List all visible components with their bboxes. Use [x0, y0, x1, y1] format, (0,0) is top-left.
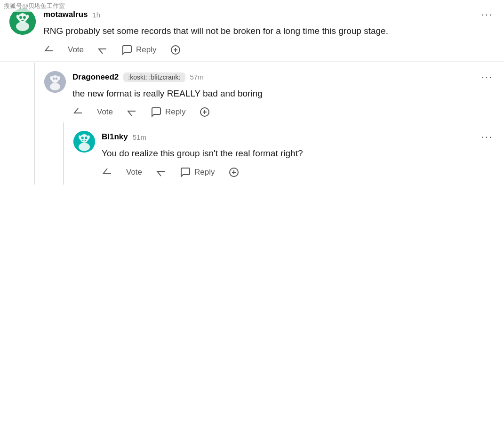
timestamp-1: 1h — [92, 11, 100, 19]
reply-text-l1: Reply — [165, 107, 185, 117]
reply-l1-inner: Dragoneed2 :koskt: :blitzcrank: 57m ··· … — [35, 63, 504, 123]
vote-text-l2: Vote — [126, 168, 142, 177]
comment-text-l2: You do realize this group isn't the real… — [102, 147, 495, 160]
reply-l1-container: Dragoneed2 :koskt: :blitzcrank: 57m ··· … — [34, 63, 504, 185]
downvote-button-1[interactable] — [97, 44, 108, 56]
reply-text-1: Reply — [136, 45, 156, 55]
avatar-l2 — [73, 131, 95, 153]
reply-l2-inner: Bl1nky 51m ··· You do realize this group… — [64, 122, 504, 185]
svg-point-12 — [50, 83, 60, 90]
svg-point-13 — [53, 77, 55, 80]
comment-body-l1: Dragoneed2 :koskt: :blitzcrank: 57m ··· … — [72, 71, 495, 118]
upvote-button-l2[interactable] — [102, 167, 113, 178]
award-button-l2[interactable] — [228, 167, 240, 178]
more-options-button-1[interactable]: ··· — [480, 8, 495, 21]
action-bar-1: Vote Reply — [43, 44, 495, 56]
timestamp-l1: 57m — [190, 73, 204, 81]
action-bar-l1: Vote Reply — [72, 106, 495, 118]
username-l2: Bl1nky — [102, 132, 128, 142]
reply-l2-container: Bl1nky 51m ··· You do realize this group… — [63, 122, 504, 185]
svg-point-3 — [19, 16, 22, 19]
vote-label-1: Vote — [68, 45, 84, 55]
watermark-text: 搜狐号@贝塔鱼工作室 — [4, 2, 65, 9]
reply-button-1[interactable]: Reply — [121, 44, 156, 56]
svg-point-4 — [23, 16, 26, 19]
comment-top: motawalrus 1h ··· RNG probably set some … — [0, 0, 504, 60]
award-button-1[interactable] — [170, 44, 181, 56]
upvote-button-l1[interactable] — [72, 106, 84, 118]
upvote-button-1[interactable] — [43, 44, 55, 56]
reply-button-l1[interactable]: Reply — [151, 106, 185, 118]
avatar-l1 — [44, 71, 66, 93]
reply-text-l2: Reply — [194, 168, 215, 177]
avatar — [9, 8, 36, 35]
comment-body-1: motawalrus 1h ··· RNG probably set some … — [43, 8, 495, 56]
vote-text-1: Vote — [68, 45, 84, 55]
comment-meta-1: motawalrus 1h ··· — [43, 8, 495, 21]
downvote-button-l2[interactable] — [155, 167, 167, 178]
tag-badge-l1: :koskt: :blitzcrank: — [123, 72, 185, 82]
svg-point-22 — [79, 143, 90, 151]
more-options-button-l1[interactable]: ··· — [480, 71, 495, 83]
more-options-button-l2[interactable]: ··· — [480, 131, 495, 143]
timestamp-l2: 51m — [133, 133, 146, 141]
comment-meta-l2: Bl1nky 51m ··· — [102, 131, 495, 143]
vote-text-l1: Vote — [97, 107, 113, 117]
divider-1 — [0, 61, 504, 62]
comment-body-l2: Bl1nky 51m ··· You do realize this group… — [102, 131, 495, 178]
username-l1: Dragoneed2 — [72, 72, 119, 82]
comment-meta-l1: Dragoneed2 :koskt: :blitzcrank: 57m ··· — [72, 71, 495, 83]
svg-point-2 — [16, 22, 29, 31]
vote-label-l1: Vote — [97, 107, 113, 117]
reply-button-l2[interactable]: Reply — [180, 167, 215, 178]
svg-point-14 — [56, 77, 58, 80]
svg-point-24 — [85, 137, 88, 139]
page-container: 搜狐号@贝塔鱼工作室 motawalrus 1h ··· — [0, 0, 504, 185]
comment-text-l1: the new format is really REALLY bad and … — [72, 87, 495, 100]
downvote-button-l1[interactable] — [126, 106, 137, 118]
svg-point-23 — [81, 137, 84, 139]
watermark: 搜狐号@贝塔鱼工作室 — [0, 0, 69, 12]
award-button-l1[interactable] — [199, 106, 210, 118]
comment-text-1: RNG probably set some records that will … — [43, 24, 495, 38]
vote-label-l2: Vote — [126, 168, 142, 177]
action-bar-l2: Vote Reply — [102, 167, 495, 178]
